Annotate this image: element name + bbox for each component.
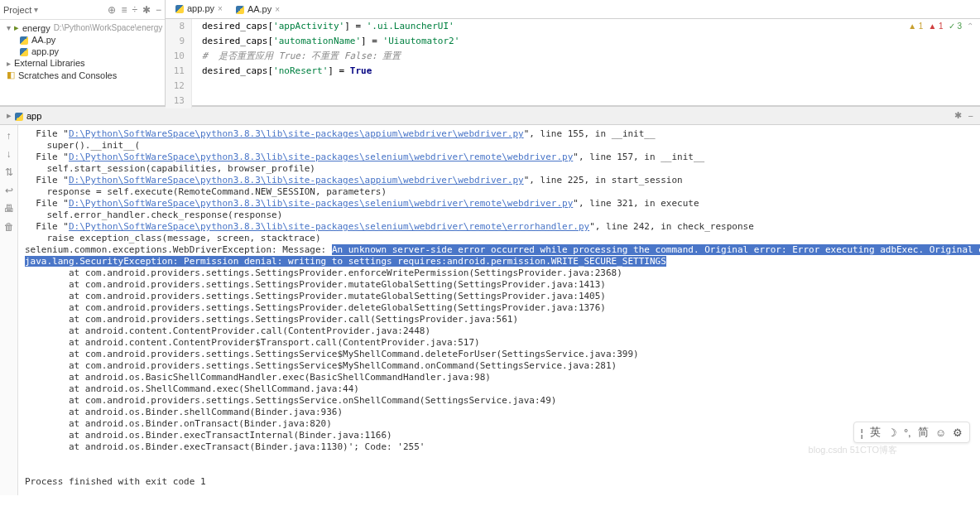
run-marker-icon: ▸ [7, 110, 12, 121]
console-panel: ▸ app ✱ − ↑ ↓ ⇅ ↩ 🖶 🗑 File "D:\Python\So… [0, 106, 980, 495]
tab-app[interactable]: app.py× [169, 0, 229, 18]
gear-icon[interactable]: ✱ [954, 110, 962, 121]
console-output[interactable]: File "D:\Python\SoftWareSpace\python3.8.… [18, 125, 980, 495]
python-icon [236, 4, 244, 14]
file-item-app[interactable]: app.py [0, 46, 165, 57]
project-root[interactable]: ▾ ▸ energy D:\Python\WorkSpace\energy [0, 22, 165, 34]
code-area[interactable]: desired_caps['appActivity'] = '.ui.Launc… [192, 19, 980, 108]
warn-icon[interactable]: ▲ 1 [908, 22, 923, 31]
python-icon [20, 46, 28, 56]
project-label: Project [3, 5, 31, 15]
sort-icon[interactable]: ÷ [132, 4, 137, 16]
down-icon[interactable]: ↓ [7, 148, 12, 160]
dropdown-icon[interactable]: ▾ [34, 5, 38, 14]
editor-status: ▲ 1 ▲ 1 ✓ 3 ⌃ [908, 22, 973, 31]
ime-bar[interactable]: ¦ 英 ☽ °, 简 ☺ ⚙ [853, 422, 970, 443]
python-icon [15, 110, 23, 120]
console-tab-label[interactable]: app [26, 111, 41, 121]
collapse-icon[interactable]: ≡ [121, 4, 127, 16]
comma-icon[interactable]: °, [904, 426, 911, 439]
external-libraries[interactable]: ▸External Libraries [0, 57, 165, 69]
project-tree: ▾ ▸ energy D:\Python\WorkSpace\energy AA… [0, 20, 165, 83]
moon-icon[interactable]: ☽ [887, 426, 897, 439]
tab-aa[interactable]: AA.py× [229, 0, 286, 18]
rerun-icon[interactable]: ↑ [7, 130, 12, 142]
gear-icon[interactable]: ✱ [142, 4, 151, 16]
watermark: blog.csdn 51CTO博客 [809, 444, 897, 456]
chevron-icon[interactable]: ⌃ [967, 22, 973, 31]
close-icon[interactable]: × [218, 4, 223, 13]
ok-icon[interactable]: ✓ 3 [949, 22, 962, 31]
settings-icon[interactable]: ⚙ [953, 426, 963, 439]
console-toolbar: ↑ ↓ ⇅ ↩ 🖶 🗑 [0, 125, 18, 495]
chevron-right-icon: ▸ [7, 59, 11, 68]
smile-icon[interactable]: ☺ [935, 426, 946, 439]
gutter: 8910111213 [166, 19, 192, 108]
wrap-icon[interactable]: ↩ [5, 185, 13, 196]
python-icon [20, 35, 28, 45]
hide-icon[interactable]: − [156, 4, 161, 16]
editor-area[interactable]: 8910111213 desired_caps['appActivity'] =… [166, 19, 980, 108]
error-icon[interactable]: ▲ 1 [928, 22, 943, 31]
close-icon[interactable]: × [275, 5, 280, 14]
editor-tabs: app.py× AA.py× [166, 0, 980, 19]
project-header: Project ▾ ⊕ ≡ ÷ ✱ − [0, 0, 165, 20]
filter-icon[interactable]: ⇅ [5, 166, 13, 178]
file-item-aa[interactable]: AA.py [0, 34, 165, 46]
python-icon [175, 3, 184, 13]
chevron-down-icon: ▾ [7, 23, 11, 32]
print-icon[interactable]: 🖶 [4, 203, 14, 214]
divider-icon: ¦ [861, 426, 863, 439]
scratches-consoles[interactable]: ◧Scratches and Consoles [0, 69, 165, 81]
target-icon[interactable]: ⊕ [108, 4, 116, 16]
editor-panel: app.py× AA.py× 8910111213 desired_caps['… [166, 0, 980, 105]
project-panel: Project ▾ ⊕ ≡ ÷ ✱ − ▾ ▸ energy D:\Python… [0, 0, 166, 105]
trash-icon[interactable]: 🗑 [4, 221, 14, 233]
console-header: ▸ app ✱ − [0, 107, 980, 125]
hide-icon[interactable]: − [968, 111, 973, 121]
